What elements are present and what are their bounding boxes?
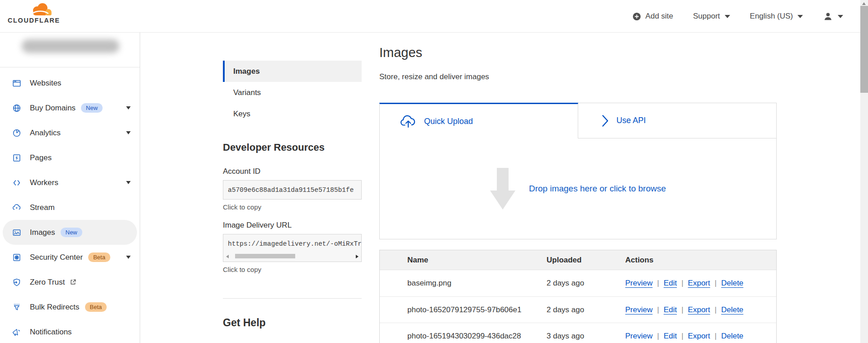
- action-delete-link[interactable]: Delete: [721, 279, 743, 288]
- sidebar-item-security-center[interactable]: Security CenterBeta: [3, 245, 137, 270]
- account-id-value: a5709e6c88ad1a31da9115e57185b1fe: [228, 186, 354, 194]
- add-site-button[interactable]: Add site: [632, 12, 673, 21]
- action-edit-link[interactable]: Edit: [664, 305, 677, 314]
- buy-domains-icon: [12, 104, 21, 113]
- developer-resources-title: Developer Resources: [223, 142, 362, 153]
- action-delete-link[interactable]: Delete: [721, 332, 743, 341]
- action-preview-link[interactable]: Preview: [625, 332, 652, 341]
- uploaded-time: 2 days ago: [547, 270, 584, 296]
- scrollbar-thumb[interactable]: [860, 6, 868, 93]
- click-to-copy-hint: Click to copy: [223, 203, 362, 211]
- delivery-url-field[interactable]: https://imagedelivery.net/-oMiRxTr: [223, 234, 362, 262]
- sidebar-item-label: Websites: [30, 79, 61, 88]
- scroll-right-arrow-icon[interactable]: [356, 255, 359, 258]
- table-row: photo-1651943030299-436dac283 days agoPr…: [380, 323, 776, 343]
- subnav-item-images[interactable]: Images: [223, 61, 362, 82]
- action-delete-link[interactable]: Delete: [721, 305, 743, 314]
- sidebar-item-bulk-redirects[interactable]: Bulk RedirectsBeta: [3, 295, 137, 319]
- subnav-item-keys[interactable]: Keys: [223, 103, 362, 124]
- delivery-url-label: Image Delivery URL: [223, 221, 362, 230]
- cloudflare-dashboard: CLOUDFLARE Add site Support English (US): [0, 0, 868, 343]
- uploaded-time: 2 days ago: [547, 297, 584, 323]
- action-export-link[interactable]: Export: [688, 279, 710, 288]
- sidebar-item-pages[interactable]: Pages: [3, 145, 137, 170]
- zero-trust-icon: [12, 278, 21, 287]
- page-subtitle: Store, resize and deliver images: [379, 72, 489, 81]
- language-menu[interactable]: English (US): [750, 12, 803, 21]
- account-id-label: Account ID: [223, 167, 362, 176]
- tab-use-api-label: Use API: [617, 116, 646, 125]
- chevron-down-icon: [725, 15, 730, 18]
- image-name: photo-1651943030299-436dac28: [407, 323, 543, 343]
- delivery-url-value: https://imagedelivery.net/-oMiRxTr: [223, 234, 361, 253]
- horizontal-scrollbar-thumb[interactable]: [235, 254, 295, 258]
- sidebar-item-label: Security Center: [30, 253, 83, 262]
- action-edit-link[interactable]: Edit: [664, 332, 677, 341]
- url-horizontal-scrollbar[interactable]: [225, 253, 360, 260]
- sidebar-item-label: Bulk Redirects: [30, 303, 80, 312]
- table-header: Name Uploaded Actions: [380, 250, 776, 270]
- images-subnav: ImagesVariantsKeys: [223, 61, 362, 124]
- sidebar-item-label: Pages: [30, 153, 52, 162]
- action-separator: |: [657, 305, 659, 314]
- sidebar-item-label: Zero Trust: [30, 278, 65, 287]
- sidebar-item-label: Notifications: [30, 328, 72, 337]
- sidebar-item-label: Workers: [30, 178, 58, 187]
- cloudflare-cloud-icon: [28, 3, 53, 16]
- support-menu[interactable]: Support: [693, 12, 730, 21]
- chevron-down-icon: [126, 131, 131, 134]
- stream-icon: [12, 203, 21, 212]
- action-preview-link[interactable]: Preview: [625, 279, 652, 288]
- action-preview-link[interactable]: Preview: [625, 305, 652, 314]
- table-row: photo-1652079129755-97b606e12 days agoPr…: [380, 296, 776, 323]
- account-name-blurred: [22, 39, 119, 53]
- notifications-icon: [12, 328, 21, 337]
- tab-use-api[interactable]: Use API: [578, 103, 777, 138]
- chevron-down-icon: [126, 106, 131, 110]
- click-to-copy-hint: Click to copy: [223, 266, 362, 273]
- action-edit-link[interactable]: Edit: [664, 279, 677, 288]
- action-export-link[interactable]: Export: [688, 332, 710, 341]
- sidebar-item-workers[interactable]: Workers: [3, 170, 137, 195]
- sidebar-item-stream[interactable]: Stream: [3, 195, 137, 220]
- sidebar-item-label: Stream: [30, 203, 55, 212]
- dropzone-text: Drop images here or click to browse: [529, 184, 666, 194]
- subnav-item-variants[interactable]: Variants: [223, 82, 362, 103]
- upload-tabs: Quick Upload Use API: [379, 103, 777, 138]
- action-separator: |: [657, 332, 659, 341]
- sidebar-item-analytics[interactable]: Analytics: [3, 120, 137, 145]
- action-separator: |: [715, 279, 717, 288]
- language-label: English (US): [750, 12, 793, 21]
- action-separator: |: [681, 279, 683, 288]
- image-name: baseimg.png: [407, 270, 543, 296]
- action-separator: |: [657, 279, 659, 288]
- images-table: Name Uploaded Actions baseimg.png2 days …: [379, 250, 777, 343]
- tab-quick-upload[interactable]: Quick Upload: [379, 103, 578, 138]
- row-actions: Preview|Edit|Export|Delete: [625, 323, 743, 343]
- account-menu[interactable]: [823, 11, 843, 22]
- scroll-left-arrow-icon[interactable]: [226, 255, 229, 258]
- sidebar-item-notifications[interactable]: Notifications: [3, 319, 137, 343]
- sidebar-item-zero-trust[interactable]: Zero Trust: [3, 270, 137, 295]
- page-scrollbar[interactable]: [860, 0, 868, 343]
- chevron-right-icon: [602, 114, 609, 127]
- plus-circle-icon: [632, 12, 641, 21]
- sidebar-item-websites[interactable]: Websites: [3, 71, 137, 95]
- sidebar: WebsitesBuy DomainsNewAnalyticsPagesWork…: [0, 33, 140, 343]
- add-site-label: Add site: [646, 12, 673, 21]
- image-dropzone[interactable]: Drop images here or click to browse: [379, 138, 777, 239]
- sidebar-item-images[interactable]: ImagesNew: [3, 220, 137, 245]
- new-badge: New: [61, 228, 82, 237]
- sidebar-divider: [0, 67, 140, 67]
- tab-quick-upload-label: Quick Upload: [424, 117, 473, 126]
- action-export-link[interactable]: Export: [688, 305, 710, 314]
- scrollbar-up-arrow[interactable]: [862, 2, 866, 5]
- column-divider: [223, 298, 362, 299]
- account-id-field[interactable]: a5709e6c88ad1a31da9115e57185b1fe: [223, 180, 362, 200]
- arrow-down-icon: [490, 168, 515, 210]
- new-badge: New: [81, 103, 103, 113]
- external-link-icon: [70, 279, 76, 286]
- chevron-down-icon: [838, 15, 843, 18]
- sidebar-item-buy-domains[interactable]: Buy DomainsNew: [3, 95, 137, 120]
- cloudflare-logo[interactable]: CLOUDFLARE: [8, 3, 66, 24]
